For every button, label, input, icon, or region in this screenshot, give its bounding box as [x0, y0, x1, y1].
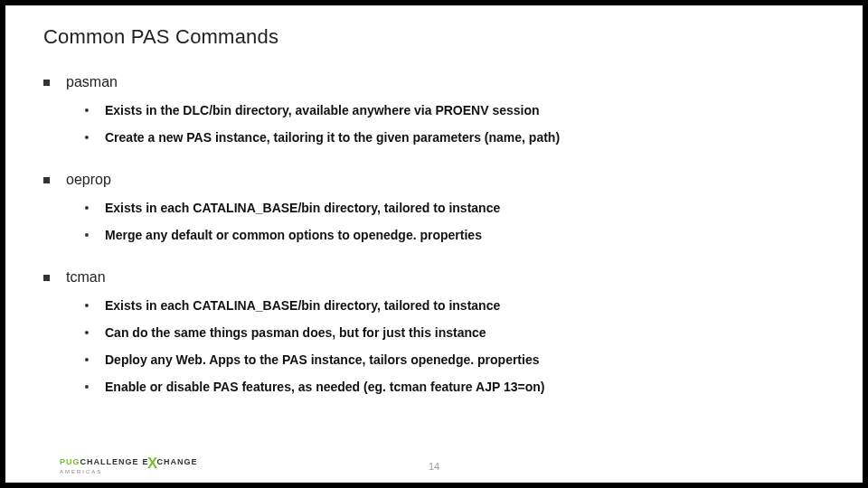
list-item: • Can do the same things pasman does, bu…: [83, 325, 826, 340]
item-text: Merge any default or common options to o…: [105, 228, 482, 242]
section-title: tcman: [66, 269, 106, 286]
list-item: • Create a new PAS instance, tailoring i…: [83, 130, 826, 145]
section-heading: pasman: [43, 74, 826, 90]
item-text: Exists in each CATALINA_BASE/bin directo…: [105, 201, 500, 215]
section-heading: tcman: [43, 269, 826, 286]
section-heading: oeprop: [43, 172, 826, 188]
dot-bullet-icon: •: [83, 104, 90, 117]
square-bullet-icon: [43, 275, 50, 281]
list-item: • Enable or disable PAS features, as nee…: [83, 380, 826, 394]
dot-bullet-icon: •: [83, 202, 90, 214]
square-bullet-icon: [43, 177, 50, 183]
list-item: • Exists in each CATALINA_BASE/bin direc…: [83, 298, 826, 313]
dot-bullet-icon: •: [83, 299, 90, 312]
slide-title: Common PAS Commands: [43, 25, 278, 49]
section-oeprop: oeprop • Exists in each CATALINA_BASE/bi…: [43, 172, 826, 242]
dot-bullet-icon: •: [83, 353, 90, 366]
square-bullet-icon: [43, 80, 50, 86]
list-item: • Merge any default or common options to…: [83, 228, 826, 242]
dot-bullet-icon: •: [83, 380, 90, 393]
section-pasman: pasman • Exists in the DLC/bin directory…: [43, 74, 826, 145]
list-item: • Exists in each CATALINA_BASE/bin direc…: [83, 201, 826, 215]
item-text: Can do the same things pasman does, but …: [105, 325, 486, 340]
item-text: Create a new PAS instance, tailoring it …: [105, 130, 560, 145]
dot-bullet-icon: •: [83, 131, 90, 144]
item-text: Exists in the DLC/bin directory, availab…: [105, 103, 540, 117]
item-text: Deploy any Web. Apps to the PAS instance…: [105, 352, 540, 367]
dot-bullet-icon: •: [83, 229, 90, 241]
page-number: 14: [5, 461, 863, 472]
list-item: • Exists in the DLC/bin directory, avail…: [83, 103, 826, 117]
section-title: pasman: [66, 74, 118, 90]
slide: Common PAS Commands pasman • Exists in t…: [5, 5, 863, 483]
item-text: Enable or disable PAS features, as neede…: [105, 380, 544, 394]
list-item: • Deploy any Web. Apps to the PAS instan…: [83, 352, 826, 367]
item-text: Exists in each CATALINA_BASE/bin directo…: [105, 298, 500, 313]
slide-content: pasman • Exists in the DLC/bin directory…: [43, 74, 826, 421]
section-title: oeprop: [66, 172, 111, 188]
section-tcman: tcman • Exists in each CATALINA_BASE/bin…: [43, 269, 826, 394]
dot-bullet-icon: •: [83, 326, 90, 339]
